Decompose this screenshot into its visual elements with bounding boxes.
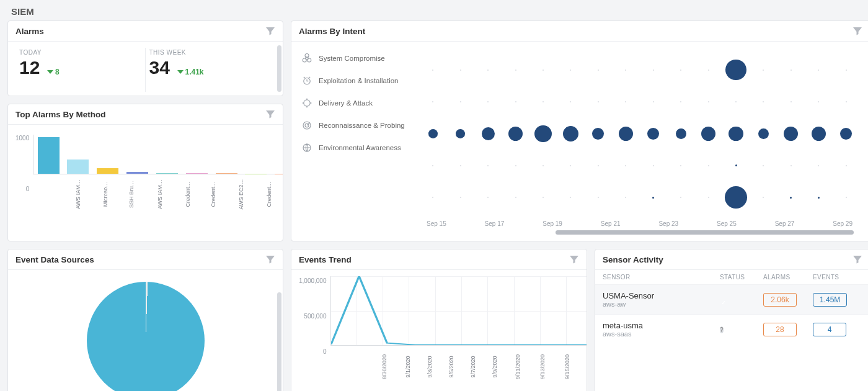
y-tick: 0 bbox=[299, 348, 327, 355]
card-sources-title: Event Data Sources bbox=[16, 255, 94, 264]
sensor-row[interactable]: USMA-Sensor aws-aw 2.06k 1.45M bbox=[595, 284, 868, 314]
card-alarms-by-intent: Alarms By Intent System Compromise Explo… bbox=[291, 20, 868, 241]
bubble[interactable] bbox=[725, 186, 747, 209]
globe-icon bbox=[301, 142, 312, 153]
bubble[interactable] bbox=[428, 129, 438, 138]
filter-icon[interactable] bbox=[265, 254, 275, 264]
card-top-alarms: Top Alarms By Method 1000 0 AWS IAM…Micr… bbox=[7, 104, 283, 241]
bar[interactable] bbox=[126, 172, 148, 174]
y-tick: 0 bbox=[16, 186, 29, 192]
bubble[interactable] bbox=[818, 197, 820, 199]
bubble[interactable] bbox=[701, 127, 715, 141]
alarm-week-delta: 1.41k bbox=[177, 68, 204, 76]
x-tick: Sep 23 bbox=[658, 220, 678, 227]
scrollbar[interactable] bbox=[277, 45, 281, 92]
bubble[interactable] bbox=[482, 127, 495, 140]
th-events: EVENTS bbox=[813, 274, 862, 281]
bubble[interactable] bbox=[812, 127, 826, 141]
alarm-stat-today: TODAY 12 8 bbox=[16, 48, 146, 92]
x-tick: Sep 29 bbox=[833, 220, 852, 227]
intent-legend-environmental: Environmental Awareness bbox=[301, 142, 419, 153]
bubble[interactable] bbox=[563, 126, 578, 142]
svg-point-3 bbox=[308, 58, 311, 62]
bar[interactable] bbox=[67, 160, 89, 174]
card-alarms-title: Alarms bbox=[16, 27, 44, 36]
biohazard-icon bbox=[301, 53, 312, 64]
bar[interactable] bbox=[38, 137, 60, 174]
pie-chart[interactable] bbox=[87, 282, 205, 392]
radar-icon bbox=[301, 120, 312, 131]
intent-legend-delivery-attack: Delivery & Attack bbox=[301, 97, 419, 109]
intent-legend-system-compromise: System Compromise bbox=[301, 53, 419, 64]
intent-legend-exploitation: Exploitation & Installation bbox=[301, 75, 419, 86]
trend-down-icon bbox=[177, 70, 184, 74]
filter-icon[interactable] bbox=[852, 26, 862, 36]
bubble[interactable] bbox=[534, 125, 551, 142]
bubble[interactable] bbox=[728, 127, 743, 141]
bar-chart[interactable] bbox=[33, 135, 283, 174]
y-tick: 1000 bbox=[16, 135, 29, 142]
card-events-trend: Events Trend 1,000,000 500,000 0 bbox=[291, 249, 587, 391]
sensor-row[interactable]: meta-usma aws-saas ? 28 4 bbox=[595, 314, 868, 344]
th-sensor: SENSOR bbox=[603, 274, 720, 281]
alarm-clock-icon bbox=[301, 75, 312, 86]
bubble[interactable] bbox=[790, 197, 792, 199]
svg-point-2 bbox=[303, 58, 306, 62]
alarm-today-label: TODAY bbox=[19, 49, 141, 56]
y-tick: 1,000,000 bbox=[299, 277, 327, 284]
scrollbar[interactable] bbox=[556, 230, 854, 235]
intent-bubble-chart[interactable]: Sep 15Sep 17Sep 19Sep 21Sep 23Sep 25Sep … bbox=[419, 49, 860, 236]
x-tick: Sep 17 bbox=[485, 220, 505, 227]
x-tick: 9/15/2020 bbox=[564, 354, 587, 379]
bubble[interactable] bbox=[784, 127, 798, 141]
bubble[interactable] bbox=[840, 128, 852, 140]
scrollbar[interactable] bbox=[277, 292, 281, 391]
bubble[interactable] bbox=[652, 197, 654, 199]
x-tick: Sep 15 bbox=[427, 220, 446, 227]
filter-icon[interactable] bbox=[569, 254, 579, 264]
page-title: SIEM bbox=[0, 0, 868, 20]
sensor-name: meta-usma bbox=[603, 321, 720, 330]
line-chart[interactable] bbox=[330, 276, 587, 346]
bar[interactable] bbox=[97, 168, 118, 174]
x-tick: Sep 27 bbox=[775, 220, 795, 227]
alarm-week-label: THIS WEEK bbox=[149, 49, 272, 56]
card-trend-title: Events Trend bbox=[299, 255, 352, 264]
bar[interactable] bbox=[216, 173, 237, 174]
x-tick: Credent… bbox=[266, 181, 283, 207]
card-event-data-sources: Event Data Sources bbox=[7, 249, 283, 391]
bubble[interactable] bbox=[592, 128, 604, 140]
sensor-events-pill[interactable]: 4 bbox=[813, 323, 846, 336]
sensor-subname: aws-saas bbox=[603, 330, 720, 338]
sensor-alarms-pill[interactable]: 28 bbox=[763, 323, 797, 336]
card-sensor-title: Sensor Activity bbox=[603, 255, 663, 264]
filter-icon[interactable] bbox=[852, 254, 862, 264]
bar[interactable] bbox=[156, 173, 178, 174]
bubble[interactable] bbox=[456, 129, 465, 138]
card-alarms: Alarms TODAY 12 8 THIS WEEK 34 1.41k bbox=[7, 20, 283, 96]
th-status: STATUS bbox=[720, 274, 763, 281]
bubble[interactable] bbox=[647, 128, 659, 140]
alarm-today-value: 12 bbox=[19, 57, 40, 78]
alarm-today-delta: 8 bbox=[47, 68, 60, 76]
bubble[interactable] bbox=[725, 60, 746, 81]
trend-down-icon bbox=[47, 70, 53, 74]
alarm-week-value: 34 bbox=[149, 57, 170, 78]
bubble[interactable] bbox=[619, 127, 633, 141]
x-tick: Sep 21 bbox=[601, 220, 621, 227]
bar[interactable] bbox=[186, 173, 208, 174]
bubble[interactable] bbox=[735, 164, 737, 166]
sensor-events-pill[interactable]: 1.45M bbox=[813, 293, 847, 307]
sensor-name: USMA-Sensor bbox=[603, 291, 720, 300]
sensor-alarms-pill[interactable]: 2.06k bbox=[763, 293, 797, 307]
x-tick: Sep 19 bbox=[542, 220, 562, 227]
filter-icon[interactable] bbox=[265, 109, 275, 119]
th-alarms: ALARMS bbox=[763, 274, 813, 281]
bubble[interactable] bbox=[508, 127, 523, 141]
bubble[interactable] bbox=[676, 128, 686, 139]
x-tick: Sep 25 bbox=[717, 220, 737, 227]
card-top-alarms-title: Top Alarms By Method bbox=[16, 110, 106, 119]
sensor-subname: aws-aw bbox=[603, 300, 720, 308]
bubble[interactable] bbox=[758, 128, 769, 139]
filter-icon[interactable] bbox=[265, 26, 275, 36]
